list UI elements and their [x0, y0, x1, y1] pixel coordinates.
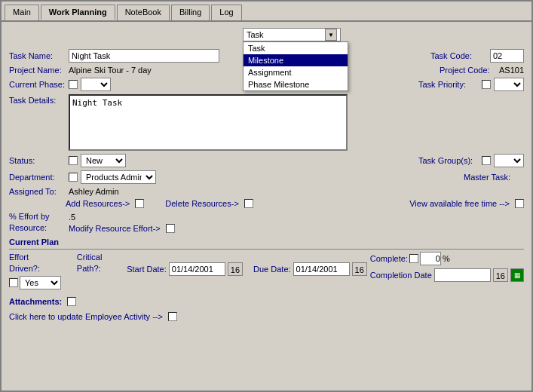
pct-effort-value: .5 — [69, 213, 175, 222]
task-code-input[interactable] — [490, 49, 524, 63]
status-select[interactable]: New — [81, 154, 126, 167]
task-groups-checkbox[interactable] — [482, 156, 491, 165]
modify-resource-button[interactable]: Modify Resource Effort-> — [69, 224, 161, 233]
project-name-value: Alpine Ski Tour - 7 day — [69, 66, 219, 75]
current-phase-select[interactable] — [81, 78, 111, 91]
main-window: Main Work Planning NoteBook Billing Log … — [0, 0, 533, 392]
master-task-label: Master Task: — [464, 173, 524, 182]
status-taskgroup-row: Status: New Task Group(s): — [9, 154, 524, 167]
dropdown-option-assignment[interactable]: Assignment — [244, 66, 348, 78]
attachments-row: Attachments: — [9, 297, 524, 306]
complete-label: Complete: — [370, 254, 408, 263]
task-priority-select[interactable] — [494, 78, 524, 91]
calendar-icon[interactable]: ▦ — [510, 268, 524, 282]
project-code-label: Project Code: — [440, 66, 496, 75]
task-type-dropdown[interactable]: Task ▼ Task Milestone Assignment Phase M… — [243, 28, 341, 41]
due-date-label: Due Date: — [253, 265, 291, 274]
completion-date-input[interactable] — [434, 268, 491, 282]
project-code-value: AS101 — [499, 66, 524, 75]
task-priority-checkbox[interactable] — [482, 80, 491, 89]
assigned-to-label: Assigned To: — [9, 187, 66, 196]
tab-log[interactable]: Log — [211, 5, 241, 20]
delete-resources-checkbox[interactable] — [244, 199, 253, 208]
critical-path-label: Critical Path?: — [77, 252, 124, 275]
start-date-input[interactable] — [169, 262, 225, 276]
dropdown-option-milestone[interactable]: Milestone — [244, 54, 348, 66]
effort-modify-row: % Effort by Resource: .5 Modify Resource… — [9, 211, 524, 234]
tab-work-planning[interactable]: Work Planning — [41, 5, 115, 20]
task-type-list: Task Milestone Assignment Phase Mileston… — [243, 41, 348, 91]
tab-bar: Main Work Planning NoteBook Billing Log — [2, 2, 531, 22]
add-resources-checkbox[interactable] — [135, 199, 144, 208]
current-plan-section: Current Plan — [9, 237, 524, 250]
tab-billing[interactable]: Billing — [171, 5, 210, 20]
resources-row: Add Resources-> Delete Resources-> View … — [66, 199, 524, 208]
modify-resource-checkbox[interactable] — [166, 224, 175, 233]
attachments-checkbox[interactable] — [67, 297, 76, 306]
task-priority-label: Task Priority: — [418, 80, 479, 89]
attachments-label: Attachments: — [9, 297, 62, 306]
effort-driven-checkbox[interactable] — [9, 278, 18, 287]
complete-checkbox[interactable] — [409, 254, 418, 263]
view-free-time-button[interactable]: View available free time --> — [409, 199, 510, 208]
status-checkbox[interactable] — [69, 156, 78, 165]
effort-driven-select[interactable]: Yes — [20, 276, 61, 289]
employee-activity-row: Click here to update Employee Activity -… — [9, 312, 524, 321]
task-name-label: Task Name: — [9, 51, 66, 60]
current-phase-checkbox[interactable] — [69, 80, 78, 89]
delete-resources-button[interactable]: Delete Resources-> — [165, 199, 239, 208]
current-phase-label: Current Phase: — [9, 80, 66, 89]
completion-date-label: Completion Date — [370, 271, 432, 280]
employee-activity-checkbox[interactable] — [168, 312, 177, 321]
due-date-picker[interactable]: 16 — [352, 262, 367, 276]
current-plan-label: Current Plan — [9, 237, 59, 247]
task-type-value: Task — [247, 30, 264, 39]
tab-notebook[interactable]: NoteBook — [117, 5, 170, 20]
tab-main[interactable]: Main — [5, 5, 39, 20]
assigned-to-value: Ashley Admin — [69, 187, 119, 196]
dropdown-option-phase-milestone[interactable]: Phase Milestone — [244, 78, 348, 90]
start-date-label: Start Date: — [127, 265, 167, 274]
free-time-checkbox[interactable] — [515, 199, 524, 208]
dropdown-arrow-icon[interactable]: ▼ — [325, 29, 337, 41]
status-label: Status: — [9, 156, 66, 165]
complete-input[interactable] — [420, 252, 441, 265]
department-select[interactable]: Products Admin — [81, 170, 156, 184]
start-date-picker[interactable]: 16 — [228, 262, 243, 276]
task-details-label: Task Details: — [9, 96, 66, 105]
pct-effort-label: % Effort by Resource: — [9, 211, 66, 234]
plan-divider — [9, 249, 524, 250]
complete-pct: % — [443, 254, 450, 263]
assigned-to-row: Assigned To: Ashley Admin — [9, 187, 524, 196]
task-code-label: Task Code: — [430, 51, 487, 60]
task-groups-label: Task Group(s): — [418, 156, 479, 165]
task-groups-select[interactable] — [494, 154, 524, 167]
department-label: Department: — [9, 173, 66, 182]
effort-driven-label: Effort Driven?: — [9, 252, 74, 275]
due-date-input[interactable] — [293, 262, 350, 276]
dropdown-option-task[interactable]: Task — [244, 42, 348, 54]
task-name-input[interactable] — [69, 49, 219, 63]
task-type-select[interactable]: Task ▼ — [243, 28, 341, 41]
completion-date-picker[interactable]: 16 — [493, 268, 508, 282]
plan-row: Effort Driven?: Yes Critical Path?: Star… — [9, 252, 524, 289]
department-checkbox[interactable] — [69, 173, 78, 182]
task-details-input[interactable] — [69, 94, 348, 151]
content-area: Task ▼ Task Milestone Assignment Phase M… — [2, 22, 531, 390]
project-name-label: Project Name: — [9, 66, 66, 75]
add-resources-button[interactable]: Add Resources-> — [66, 199, 130, 208]
department-mastertask-row: Department: Products Admin Master Task: — [9, 170, 524, 184]
employee-activity-button[interactable]: Click here to update Employee Activity -… — [9, 312, 163, 321]
task-details-row: Task Details: — [9, 94, 524, 151]
